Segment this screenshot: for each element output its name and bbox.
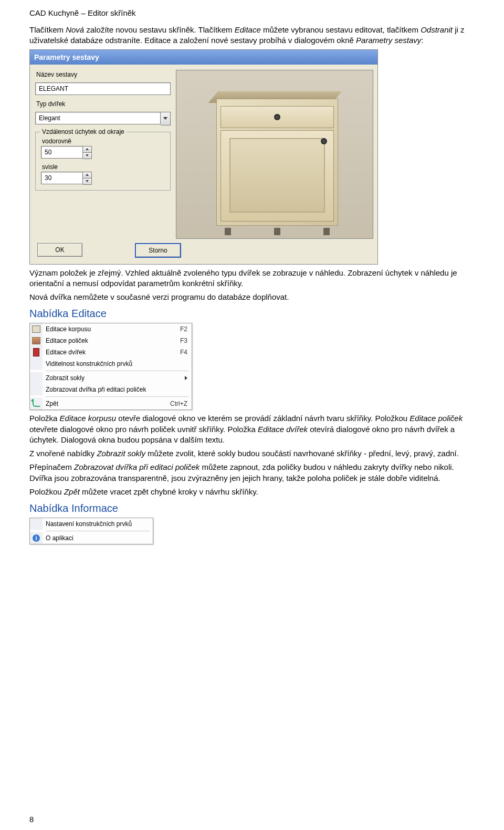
arrow-down-icon — [86, 180, 89, 182]
arrow-down-icon — [86, 154, 89, 156]
text: Položkou — [29, 487, 64, 496]
door-icon — [33, 348, 39, 356]
menu-separator — [46, 396, 188, 397]
text: Položka — [29, 414, 60, 423]
text: Přepínačem — [29, 463, 74, 471]
spin-down-button[interactable] — [83, 152, 91, 159]
menu-item-zpet[interactable]: Zpět Ctrl+Z — [30, 398, 192, 409]
handle-distance-group: Vzdálenost úchytek od okraje vodorovně 5… — [35, 132, 171, 191]
text: můžete vracet zpět chybné kroky v návrhu… — [80, 487, 258, 496]
intro-paragraph: Tlačítkem Nová založíte novou sestavu sk… — [29, 25, 475, 46]
doc-header: CAD Kuchyně – Editor skříněk — [29, 8, 475, 17]
menu-item-nastaveni[interactable]: Nastavení konstrukčních prvků — [30, 518, 153, 530]
menu-separator — [46, 531, 150, 531]
cabinet-preview — [176, 70, 373, 239]
menu-label: Editace korpusu — [46, 325, 174, 333]
em: Editace dvířek — [258, 425, 308, 434]
horizontal-label: vodorovně — [42, 138, 165, 145]
vertical-input[interactable]: 30 — [41, 172, 83, 184]
menu-item-zobrazovat-dvirka[interactable]: Zobrazovat dvířka při editaci poliček — [30, 384, 192, 395]
arrow-up-icon — [86, 148, 89, 150]
arrow-up-icon — [86, 174, 89, 176]
text: otevře dialogové okno ve kterém se prová… — [116, 414, 410, 423]
em: Zpět — [64, 487, 80, 496]
cancel-button[interactable]: Storno — [135, 243, 181, 258]
heading-editace: Nabídka Editace — [29, 308, 475, 320]
spin-up-button[interactable] — [83, 146, 91, 152]
em-parametry: Parametry sestavy — [356, 36, 421, 45]
em-odstranit: Odstranit — [421, 25, 453, 34]
menu-label: Editace poliček — [46, 337, 174, 344]
parametry-sestavy-dialog: Parametry sestavy Název sestavy ELEGANT … — [29, 49, 378, 265]
shelf-icon — [32, 337, 40, 344]
em-nova: Nová — [66, 25, 84, 34]
korpus-icon — [32, 325, 40, 333]
ok-button[interactable]: OK — [37, 243, 82, 257]
horizontal-input[interactable]: 50 — [41, 146, 83, 159]
body-p3: Přepínačem Zobrazovat dvířka při editaci… — [29, 462, 475, 484]
body-p2: Z vnořené nabídky Zobrazit sokly můžete … — [29, 448, 475, 459]
group-title: Vzdálenost úchytek od okraje — [40, 128, 127, 135]
text: založíte novou sestavu skříněk. Tlačítke… — [84, 25, 235, 34]
editace-menu: Editace korpusu F2 Editace poliček F3 Ed… — [29, 323, 192, 410]
mid-p2: Nová dvířka nemůžete v současné verzi pr… — [29, 292, 475, 302]
menu-label: Zpět — [46, 400, 164, 407]
menu-item-o-aplikaci[interactable]: i O aplikaci — [30, 532, 153, 544]
menu-item-editace-korpusu[interactable]: Editace korpusu F2 — [30, 323, 192, 335]
dialog-titlebar: Parametry sestavy — [30, 50, 377, 65]
type-value: Elegant — [35, 112, 161, 124]
body-p1: Položka Editace korpusu otevře dialogové… — [29, 413, 475, 445]
text: Tlačítkem — [29, 25, 66, 34]
combo-button[interactable] — [161, 112, 171, 125]
undo-icon — [33, 401, 40, 407]
text: Z vnořené nabídky — [29, 449, 97, 458]
menu-shortcut: F4 — [180, 349, 187, 356]
menu-label: Viditelnost konstrukčních prvků — [46, 360, 187, 367]
text: : — [421, 36, 423, 45]
menu-separator — [46, 371, 188, 371]
em: Editace korpusu — [60, 414, 117, 423]
menu-label: O aplikaci — [46, 534, 149, 542]
text: můžete vybranou sestavu editovat, tlačít… — [261, 25, 421, 34]
menu-shortcut: F3 — [180, 337, 187, 344]
menu-label: Editace dvířek — [46, 349, 174, 356]
type-label: Typ dvířek — [36, 100, 171, 108]
vertical-label: svisle — [42, 163, 165, 171]
em: Editace poliček — [410, 414, 463, 423]
spin-up-button[interactable] — [83, 172, 91, 178]
name-label: Název sestavy — [36, 71, 171, 78]
menu-label: Zobrazovat dvířka při editaci poliček — [46, 386, 187, 393]
text: můžete zvolit, které sokly budou součást… — [145, 449, 459, 458]
text: otevřete dialogové okno pro návrh poliče… — [29, 425, 258, 434]
spin-down-button[interactable] — [83, 178, 91, 184]
info-icon: i — [33, 534, 40, 542]
em: Zobrazovat dvířka při editaci poliček — [74, 463, 200, 471]
name-input[interactable]: ELEGANT — [35, 82, 171, 95]
menu-label: Nastavení konstrukčních prvků — [46, 520, 149, 528]
menu-item-zobrazit-sokly[interactable]: Zobrazit sokly — [30, 372, 192, 384]
type-combo[interactable]: Elegant — [35, 112, 171, 125]
menu-shortcut: F2 — [180, 325, 187, 333]
heading-informace: Nabídka Informace — [29, 502, 475, 514]
informace-menu: Nastavení konstrukčních prvků i O aplika… — [29, 518, 153, 544]
menu-item-editace-dvirek[interactable]: Editace dvířek F4 — [30, 346, 192, 358]
body-p4: Položkou Zpět můžete vracet zpět chybné … — [29, 487, 475, 497]
menu-label: Zobrazit sokly — [46, 374, 181, 382]
chevron-down-icon — [163, 117, 167, 120]
mid-p1: Význam položek je zřejmý. Vzhled aktuáln… — [29, 268, 475, 289]
menu-item-editace-policek[interactable]: Editace poliček F3 — [30, 335, 192, 346]
menu-shortcut: Ctrl+Z — [170, 400, 187, 407]
submenu-arrow-icon — [185, 376, 187, 380]
menu-item-viditelnost[interactable]: Viditelnost konstrukčních prvků — [30, 358, 192, 370]
em-editace: Editace — [235, 25, 261, 34]
em: Zobrazit sokly — [97, 449, 145, 458]
page-number: 8 — [29, 815, 34, 824]
